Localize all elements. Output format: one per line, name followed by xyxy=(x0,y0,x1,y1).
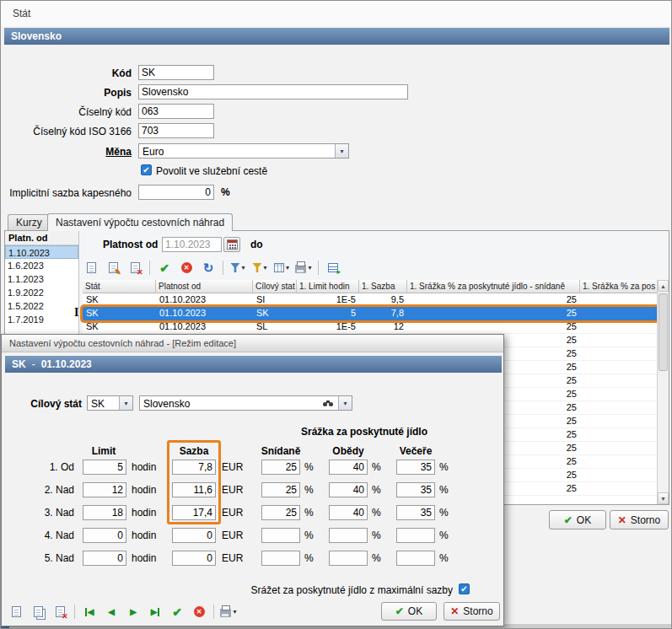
storno-button[interactable]: ✕ Storno xyxy=(610,510,669,530)
obedy-input[interactable] xyxy=(329,505,368,520)
dialog-storno-label: Storno xyxy=(463,605,492,617)
vertical-scrollbar[interactable]: ▲ ▼ xyxy=(657,280,669,504)
tab-kurzy[interactable]: Kurzy xyxy=(8,214,51,230)
grid-cell xyxy=(580,320,659,333)
mena-label: Měna xyxy=(5,146,132,158)
grid-cell: 01.10.2023 xyxy=(156,307,253,320)
grid-column-header[interactable]: 1. Sazba xyxy=(359,280,407,293)
date-list-item[interactable]: 1.5.2022 xyxy=(5,299,78,313)
copy-button[interactable] xyxy=(28,603,48,621)
ciselny-kod-input[interactable] xyxy=(138,104,214,119)
iso-kod-input[interactable] xyxy=(138,123,214,138)
chevron-down-icon[interactable]: ▾ xyxy=(335,144,348,158)
nav-next-icon: ▶ xyxy=(130,608,137,616)
povolit-checkbox[interactable]: ✔ xyxy=(141,164,152,175)
calendar-button[interactable] xyxy=(223,237,240,252)
grid-column-header[interactable]: 1. Srážka % za poskytnuté jídlo - snídan… xyxy=(407,280,580,293)
popis-input[interactable] xyxy=(138,84,408,99)
limit-input[interactable] xyxy=(83,528,126,543)
sazba-input[interactable] xyxy=(172,528,216,543)
cilovy-stat-code-combo[interactable]: SK ▾ xyxy=(87,395,133,411)
cancel-button[interactable]: ✕ xyxy=(176,259,196,277)
scroll-up-icon[interactable]: ▲ xyxy=(658,280,669,292)
accept-button[interactable]: ✔ xyxy=(154,259,175,277)
snidane-input[interactable] xyxy=(261,505,300,520)
grid-column-header[interactable]: Stát xyxy=(83,280,156,293)
filter-button[interactable]: ▾ xyxy=(228,259,248,277)
date-list-item[interactable]: 1.6.2023 xyxy=(5,259,78,272)
obedy-input[interactable] xyxy=(329,482,368,497)
limit-input[interactable] xyxy=(83,551,126,566)
cancel-button[interactable]: ✕ xyxy=(189,603,209,621)
grid-cell xyxy=(580,307,659,320)
new-button[interactable] xyxy=(6,603,26,621)
accept-icon: ✔ xyxy=(172,606,182,618)
vecere-input[interactable] xyxy=(396,505,435,520)
quick-filter-button[interactable]: ▾ xyxy=(250,259,270,277)
columns-button[interactable]: ▾ xyxy=(271,259,292,277)
sazba-input[interactable] xyxy=(172,505,216,520)
kapesne-input[interactable] xyxy=(138,185,214,200)
grid-column-header[interactable]: Platnost od xyxy=(156,280,253,293)
grid-column-header[interactable]: Cílový stat xyxy=(253,280,297,293)
date-list-item[interactable]: 1.9.2022 xyxy=(5,286,78,299)
print-button[interactable]: ▾ xyxy=(293,259,314,277)
dialog-storno-button[interactable]: ✕ Storno xyxy=(444,602,500,621)
sazba-input[interactable] xyxy=(172,460,216,475)
delete-button[interactable]: ✕ xyxy=(125,259,145,277)
vecere-input[interactable] xyxy=(396,528,435,543)
edit-button[interactable]: ✎ xyxy=(103,259,123,277)
mena-combo[interactable]: Euro ▾ xyxy=(138,143,349,159)
sazba-input[interactable] xyxy=(172,482,216,497)
limit-input[interactable] xyxy=(83,482,126,497)
snidane-input[interactable] xyxy=(261,460,300,475)
scrollbar-thumb[interactable] xyxy=(659,293,668,371)
vecere-input[interactable] xyxy=(396,460,435,475)
chevron-down-icon[interactable]: ▾ xyxy=(119,396,132,410)
previous-record-button[interactable]: ◀ xyxy=(101,603,121,621)
grid-row[interactable]: SK01.10.2023SI1E-59,525 xyxy=(83,293,659,307)
limit-input[interactable] xyxy=(83,460,126,475)
print-button[interactable]: ▾ xyxy=(218,603,239,621)
dialog-ok-button[interactable]: ✔ OK xyxy=(381,602,437,621)
obedy-input[interactable] xyxy=(329,551,368,566)
dialog-checkbox[interactable]: ✔ xyxy=(459,583,470,594)
date-list-item[interactable]: 1.1.2023 xyxy=(5,272,78,286)
first-record-button[interactable]: ◀ xyxy=(79,603,99,621)
accept-button[interactable]: ✔ xyxy=(167,603,187,621)
rate-row-label: 4. Nad xyxy=(2,530,74,541)
unit-label: EUR xyxy=(222,530,243,541)
export-button[interactable] xyxy=(323,259,343,277)
new-button[interactable] xyxy=(81,259,101,277)
obedy-input[interactable] xyxy=(329,460,368,475)
obedy-input[interactable] xyxy=(329,528,368,543)
date-list-item[interactable]: 1.7.2019 xyxy=(5,313,78,326)
cilovy-stat-name-combo[interactable]: Slovensko ▾ xyxy=(139,395,352,411)
kod-input[interactable] xyxy=(138,65,214,80)
vecere-input[interactable] xyxy=(396,551,435,566)
scroll-down-icon[interactable]: ▼ xyxy=(658,492,669,504)
search-icon[interactable] xyxy=(323,401,333,406)
grid-row[interactable]: SK01.10.2023SL1E-51225 xyxy=(83,320,659,334)
grid-column-header[interactable]: 1. Limit hodin xyxy=(297,280,359,293)
last-record-button[interactable]: ▶ xyxy=(145,603,165,621)
tab-nahrady[interactable]: Nastavení výpočtu cestovních náhrad xyxy=(47,213,233,231)
chevron-down-icon[interactable]: ▾ xyxy=(338,396,352,410)
next-record-button[interactable]: ▶ xyxy=(123,603,143,621)
refresh-button[interactable]: ↻ xyxy=(198,259,218,277)
platnost-od-input[interactable] xyxy=(162,237,222,252)
grid-row[interactable]: SK01.10.2023SK57,825 xyxy=(83,307,659,320)
grid-column-header[interactable]: 1. Srážka % za pos xyxy=(580,280,659,293)
snidane-input[interactable] xyxy=(261,482,300,497)
filter-edit-icon xyxy=(252,263,261,272)
vecere-input[interactable] xyxy=(396,482,435,497)
dates-panel-header[interactable]: Platn. od xyxy=(5,231,78,245)
ok-button[interactable]: ✔ OK xyxy=(549,510,606,530)
sazba-input[interactable] xyxy=(172,551,216,566)
snidane-input[interactable] xyxy=(261,528,300,543)
date-list-item[interactable]: 1.10.2023 xyxy=(5,245,78,259)
snidane-input[interactable] xyxy=(261,551,300,566)
delete-button[interactable]: ✕ xyxy=(50,603,70,621)
limit-input[interactable] xyxy=(83,505,126,520)
col-header-snidane: Snídaně xyxy=(260,445,302,457)
